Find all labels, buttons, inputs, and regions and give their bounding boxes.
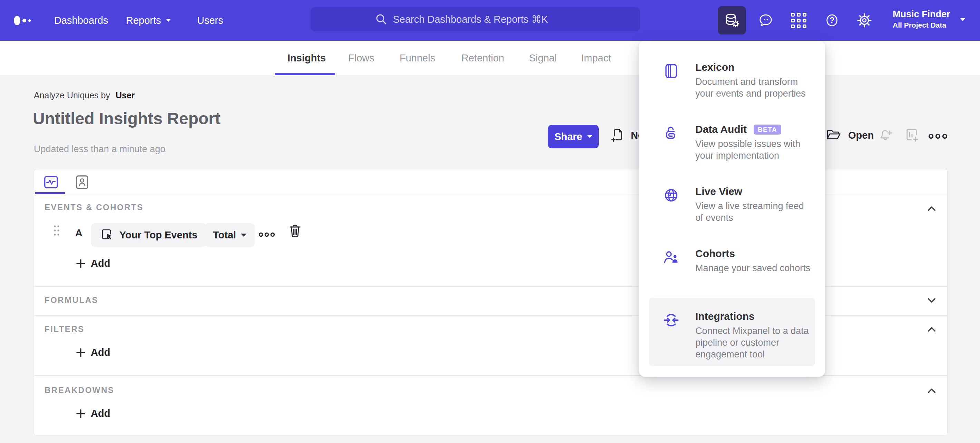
tab-events-view[interactable] [43,174,59,190]
tab-flows-label: Flows [348,52,374,64]
search-input[interactable] [393,14,576,25]
menu-item-title: Lexicon [695,62,813,73]
help-icon: ? [824,13,840,28]
profile-card-icon [74,174,90,190]
tab-impact[interactable]: Impact [581,41,611,75]
bell-plus-icon [878,128,894,143]
menu-item-description: Manage your saved cohorts [695,262,810,274]
mixpanel-logo-icon[interactable] [14,0,31,41]
plus-icon [76,408,86,419]
delete-event-button[interactable] [287,223,303,239]
section-label-events-cohorts: EVENTS & COHORTS [45,203,143,212]
help-button[interactable]: ? [824,13,840,28]
menu-item-data-audit[interactable]: Data Audit BETA View possible issues wit… [663,124,813,162]
settings-button[interactable] [856,13,872,28]
tab-impact-label: Impact [581,52,611,64]
tab-insights[interactable]: Insights [288,41,326,75]
search-icon [375,13,388,25]
analyze-value-dropdown[interactable]: User [116,91,135,100]
add-breakdown-label: Add [91,408,110,419]
nav-users[interactable]: Users [197,0,223,41]
event-selector-chip[interactable]: Your Top Events [91,223,206,247]
apps-grid-icon [791,13,807,28]
page-title[interactable]: Untitled Insights Report [33,109,221,128]
folder-open-icon [826,127,842,143]
board-add-icon [904,127,920,143]
add-event-button[interactable]: Add [76,258,110,269]
data-audit-lock-icon [663,125,679,141]
gear-icon [856,13,872,28]
chevron-down-icon [166,19,171,22]
nav-reports-label: Reports [126,15,161,26]
tab-profiles-view[interactable] [74,174,90,190]
open-report-button[interactable]: Open [826,127,874,143]
tab-flows[interactable]: Flows [348,41,374,75]
nav-dashboards[interactable]: Dashboards [54,0,108,41]
chevron-down-icon [241,233,247,237]
menu-item-title: Data Audit [695,124,747,135]
collapse-events-button[interactable] [926,204,937,213]
top-navigation-bar: Dashboards Reports Users [0,0,980,41]
create-alert-button[interactable] [878,128,894,143]
tab-signal[interactable]: Signal [529,41,557,75]
chevron-down-icon [587,135,592,138]
plus-icon [76,259,86,269]
metric-dropdown-chip[interactable]: Total [205,223,255,247]
tab-funnels-label: Funnels [399,52,435,64]
open-button-label: Open [848,130,874,141]
collapse-breakdowns-button[interactable] [926,386,937,395]
collapse-filters-button[interactable] [926,325,937,333]
tab-funnels[interactable]: Funnels [399,41,435,75]
feedback-button[interactable] [758,13,774,28]
report-tab-bar: Insights Flows Funnels Retention Signal … [0,41,980,75]
add-filter-label: Add [91,347,110,358]
active-tab-underline [275,73,335,75]
updated-timestamp: Updated less than a minute ago [34,144,165,154]
more-actions-button[interactable] [928,132,948,141]
chevron-up-icon [926,204,937,213]
data-management-button[interactable] [718,6,746,35]
analyze-uniques-row: Analyze Uniques by User [34,91,135,100]
tab-retention-label: Retention [461,52,504,64]
menu-item-description: View a live streaming feed of events [695,200,813,224]
ellipsis-icon [928,132,948,141]
project-switcher[interactable]: Music Finder All Project Data [893,8,950,30]
apps-grid-button[interactable] [791,13,807,28]
metric-dropdown-label: Total [213,229,236,241]
integrations-sync-icon [663,312,679,329]
add-breakdown-button[interactable]: Add [76,408,110,419]
feedback-bubble-icon [758,13,774,28]
menu-item-live-view[interactable]: Live View View a live streaming feed of … [663,186,813,224]
menu-item-lexicon[interactable]: Lexicon Document and transform your even… [663,62,813,99]
nav-dashboards-label: Dashboards [54,15,108,26]
nav-reports[interactable]: Reports [126,0,171,41]
expand-formulas-button[interactable] [926,296,937,305]
share-button[interactable]: Share [548,125,599,148]
document-plus-icon [610,127,626,143]
drag-dots-icon [53,225,60,237]
add-filter-button[interactable]: Add [76,347,110,358]
drag-handle[interactable] [53,225,60,237]
add-to-board-button[interactable] [904,127,920,143]
cohorts-users-icon [663,249,679,266]
event-row-more-button[interactable] [258,231,275,238]
section-label-filters: FILTERS [45,324,84,334]
database-gear-icon [723,12,741,29]
event-row-letter: A [75,227,83,239]
chevron-up-icon [926,386,937,395]
chevron-up-icon [926,325,937,333]
menu-item-title: Cohorts [695,248,810,259]
tab-insights-label: Insights [288,52,326,64]
plus-icon [76,348,86,358]
tab-retention[interactable]: Retention [461,41,504,75]
global-search[interactable] [310,7,640,32]
menu-item-cohorts[interactable]: Cohorts Manage your saved cohorts [663,248,813,274]
tab-signal-label: Signal [529,52,557,64]
chevron-down-icon [960,18,966,21]
live-view-globe-icon [663,187,679,203]
menu-item-integrations[interactable]: Integrations Connect Mixpanel to a data … [663,311,813,360]
add-event-label: Add [91,258,110,269]
menu-item-description: Connect Mixpanel to a data pipeline or c… [695,325,813,360]
pulse-chart-icon [43,174,59,190]
analyze-label: Analyze Uniques by [34,91,110,100]
